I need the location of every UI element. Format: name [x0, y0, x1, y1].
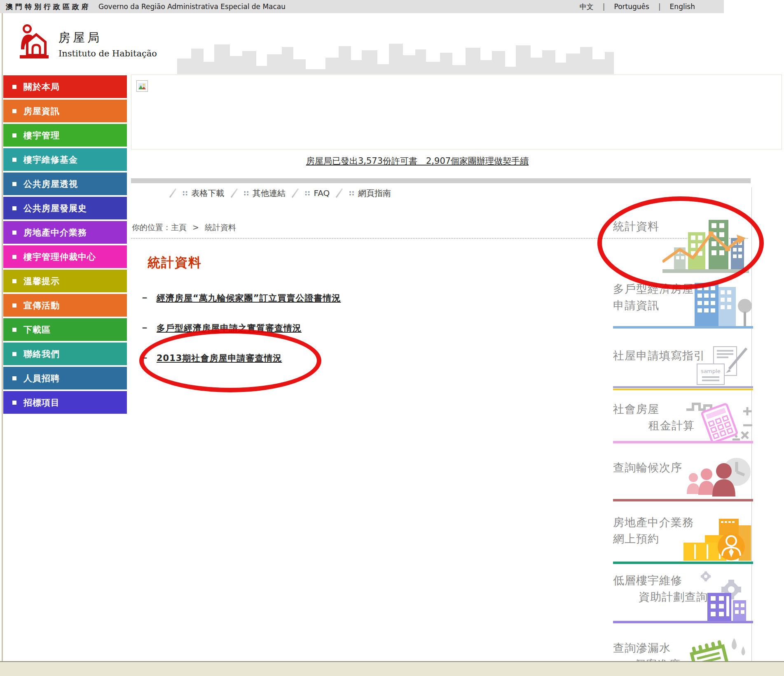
link-dash-bullet: －	[140, 352, 149, 363]
bullet-square-icon	[12, 133, 16, 138]
tab-marker-icon: ∷	[305, 189, 310, 198]
tab-marker-icon: ∷	[183, 189, 188, 198]
horizontal-divider-bar	[131, 178, 751, 183]
form-writing-icon: sample	[688, 346, 750, 387]
bullet-square-icon	[12, 206, 16, 210]
tab-faq[interactable]: ∷ FAQ	[305, 188, 330, 198]
bureau-name-zh: 房屋局	[59, 30, 157, 46]
site-header: 房屋局 Instituto de Habitação	[0, 13, 784, 75]
government-name-pt: Governo da Região Administrativa Especia…	[98, 2, 286, 11]
sidebar-item-recruitment[interactable]: 人員招聘	[3, 367, 127, 389]
city-skyline-graphic	[177, 27, 614, 74]
sidebar-item-real-estate-agency[interactable]: 房地產中介業務	[3, 221, 127, 244]
banner-underline	[613, 562, 753, 564]
banner-agent-online-booking[interactable]: 房地產中介業務網上預約	[613, 517, 753, 564]
economic-housing-buildings-icon	[691, 282, 753, 326]
bureau-name-pt: Instituto de Habitação	[59, 49, 157, 58]
breadcrumb: 你的位置：主頁 > 統計資料	[132, 222, 236, 233]
tab-other-links[interactable]: ∷ 其他連結	[244, 188, 286, 199]
tab-marker-icon: ∷	[349, 189, 354, 198]
banner-underline	[613, 441, 753, 443]
banner-economic-housing-info[interactable]: 多戶型經濟房屋申請資訊	[613, 284, 753, 329]
sidebar-item-public-housing-history[interactable]: 公共房屋發展史	[3, 197, 127, 219]
sidebar-item-tender-projects[interactable]: 招標項目	[3, 391, 127, 414]
page-footer	[0, 661, 784, 676]
tab-marker-icon: ∷	[244, 189, 249, 198]
banner-underline	[613, 621, 753, 623]
macau-housing-bureau-page: 澳門特別行政區政府 Governo da Região Administrati…	[0, 0, 784, 676]
bullet-square-icon	[12, 376, 16, 380]
secondary-tab-bar: ∷ 表格下載 ∷ 其他連結 ∷ FAQ ∷ 網頁指南	[168, 186, 396, 200]
bullet-square-icon	[12, 182, 16, 186]
lang-separator: |	[658, 2, 661, 11]
statistics-buildings-icon	[662, 208, 749, 274]
link-dash-bullet: －	[140, 292, 149, 303]
link-economic-housing-notary[interactable]: 經濟房屋“萬九輪候家團”訂立買賣公證書情況	[157, 292, 341, 304]
bullet-square-icon	[12, 255, 16, 259]
banner-underline	[613, 326, 753, 329]
language-switcher: 中文 | Português | English	[580, 2, 695, 12]
banner-statistics[interactable]: 統計資料	[613, 203, 753, 277]
banner-repair-subsidy-enquiry[interactable]: 低層樓宇維修資助計劃查詢	[613, 571, 753, 623]
tab-separator	[292, 188, 299, 198]
bullet-square-icon	[12, 279, 16, 283]
banner-underline	[613, 386, 753, 388]
sidebar-item-arbitration-centre[interactable]: 樓宇管理仲裁中心	[3, 245, 127, 268]
link-2013-social-housing-review[interactable]: 2013期社會房屋申請審查情況	[157, 352, 282, 364]
list-item: － 2013期社會房屋申請審查情況	[140, 352, 282, 364]
sidebar-item-public-housing-overview[interactable]: 公共房屋透視	[3, 172, 127, 195]
link-multi-family-review[interactable]: 多戶型經濟房屋申請之實質審查情況	[157, 322, 302, 334]
bullet-square-icon	[12, 231, 16, 235]
breadcrumb-home-link[interactable]: 主頁	[171, 223, 187, 232]
page-left-border	[2, 13, 3, 662]
bullet-square-icon	[12, 303, 16, 308]
rent-calculator-icon	[683, 396, 753, 442]
sidebar-item-friendly-reminder[interactable]: 溫馨提示	[3, 270, 127, 292]
tab-separator	[336, 188, 343, 198]
broken-image-icon	[136, 80, 148, 92]
list-item: － 多戶型經濟房屋申請之實質審查情況	[140, 322, 302, 334]
lang-english-link[interactable]: English	[670, 2, 695, 11]
tab-form-download[interactable]: ∷ 表格下載	[183, 188, 225, 199]
sidebar-item-contact-us[interactable]: 聯絡我們	[3, 343, 127, 365]
bureau-name: 房屋局 Instituto de Habitação	[59, 24, 157, 58]
breadcrumb-separator: >	[192, 223, 199, 232]
lang-separator: |	[603, 2, 605, 11]
agent-booking-icon	[681, 516, 753, 562]
banner-rent-calculator[interactable]: 社會房屋租金計算	[613, 396, 753, 443]
tab-site-guide[interactable]: ∷ 網頁指南	[349, 188, 391, 199]
list-item: － 經濟房屋“萬九輪候家團”訂立買賣公證書情況	[140, 292, 341, 304]
banner-underline-accent	[613, 389, 753, 390]
banner-underline	[613, 499, 753, 501]
banner-social-housing-form-guide[interactable]: 社屋申請填寫指引 sample	[613, 345, 753, 390]
sidebar-item-about-bureau[interactable]: 關於本局	[3, 75, 127, 98]
permit-notice-link[interactable]: 房屋局已發出3,573份許可書 2,907個家團辦理做契手續	[306, 156, 529, 166]
sidebar-item-maintenance-fund[interactable]: 樓宇維修基金	[3, 148, 127, 171]
svg-text:sample: sample	[701, 368, 720, 374]
breadcrumb-current: 統計資料	[205, 223, 236, 232]
top-content-box	[131, 75, 782, 149]
link-dash-bullet: －	[140, 322, 149, 333]
banner-queue-enquiry[interactable]: 查詢輪候次序	[613, 456, 753, 501]
bureau-logo[interactable]: 房屋局 Instituto de Habitação	[19, 24, 157, 62]
lang-chinese-link[interactable]: 中文	[580, 2, 594, 12]
tab-separator	[169, 188, 176, 198]
notice-marquee: 房屋局已發出3,573份許可書 2,907個家團辦理做契手續	[131, 155, 704, 167]
breadcrumb-prefix: 你的位置：	[132, 223, 171, 232]
lang-portuguese-link[interactable]: Português	[614, 2, 649, 11]
page-title: 統計資料	[147, 254, 202, 271]
bullet-square-icon	[12, 85, 16, 89]
sidebar-item-housing-info[interactable]: 房屋資訊	[3, 100, 127, 122]
bullet-square-icon	[12, 352, 16, 356]
queue-people-clock-icon	[681, 456, 753, 499]
bullet-square-icon	[12, 109, 16, 113]
bullet-square-icon	[12, 158, 16, 162]
government-name-zh: 澳門特別行政區政府	[6, 2, 91, 12]
tab-separator	[230, 188, 237, 198]
sidebar-item-download-area[interactable]: 下載區	[3, 318, 127, 341]
repair-subsidy-icon	[681, 570, 753, 622]
bullet-square-icon	[12, 401, 16, 405]
sidebar-item-promotion-activities[interactable]: 宣傳活動	[3, 294, 127, 317]
sidebar-item-building-management[interactable]: 樓宇管理	[3, 124, 127, 147]
bullet-square-icon	[12, 328, 16, 332]
